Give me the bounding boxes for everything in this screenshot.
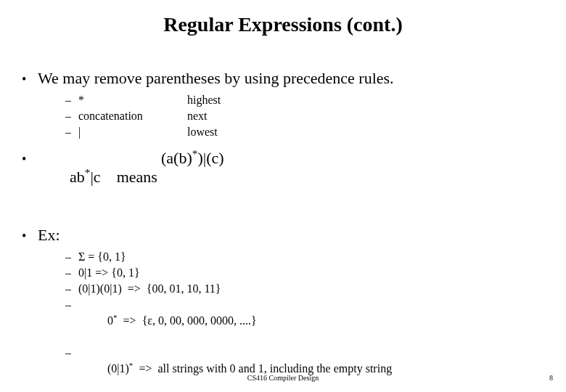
list-item: – 0* => {ε, 0, 00, 000, 0000, ....} (65, 297, 537, 345)
examples-list: – Σ = {0, 1} – 0|1 => {0, 1} – (0|1)(0|1… (65, 249, 537, 392)
means-lhs: ab*|c means (38, 149, 161, 205)
list-item: – (0|1)(0|1) => {00, 01, 10, 11} (65, 281, 537, 297)
slide: Regular Expressions (cont.) • We may rem… (0, 0, 566, 392)
level-label: next (187, 108, 537, 124)
level-label: highest (187, 92, 537, 108)
text: => all strings with 0 and 1, including t… (133, 362, 392, 375)
text: ab (70, 168, 85, 186)
dash-icon: – (65, 124, 78, 140)
example-text: (0|1)(0|1) => {00, 01, 10, 11} (78, 281, 221, 297)
slide-content: • We may remove parentheses by using pre… (22, 69, 537, 392)
list-item: – Σ = {0, 1} (65, 249, 537, 265)
text: |c means (90, 168, 157, 186)
dash-icon: – (65, 265, 78, 281)
op-label: concatenation (78, 108, 187, 124)
bullet-ex: • Ex: (22, 226, 537, 245)
list-item: – * highest (65, 92, 537, 108)
dash-icon: – (65, 249, 78, 265)
example-text: 0* => {ε, 0, 00, 000, 0000, ....} (78, 297, 257, 345)
example-text: (0|1)* => all strings with 0 and 1, incl… (78, 345, 392, 392)
level-label: lowest (187, 124, 537, 140)
text: 0 (107, 314, 113, 327)
bullet-icon: • (22, 228, 38, 244)
text: (a(b) (161, 149, 192, 167)
footer-text: CS416 Compiler Design (0, 374, 566, 382)
text: (0|1) (107, 362, 129, 375)
bullet-icon: • (22, 71, 38, 87)
bullet-precedence: • We may remove parentheses by using pre… (22, 69, 537, 88)
text: => {ε, 0, 00, 000, 0000, ....} (118, 314, 257, 327)
list-item: – concatenation next (65, 108, 537, 124)
op-label: * (78, 92, 187, 108)
list-item: – 0|1 => {0, 1} (65, 265, 537, 281)
bullet-icon: • (22, 151, 38, 167)
dash-icon: – (65, 108, 78, 124)
precedence-list: – * highest – concatenation next – | low… (65, 92, 537, 140)
list-item: – | lowest (65, 124, 537, 140)
slide-title: Regular Expressions (cont.) (0, 13, 566, 36)
means-rhs: (a(b)*)|(c) (161, 149, 537, 168)
list-item: – (0|1)* => all strings with 0 and 1, in… (65, 345, 537, 392)
example-text: 0|1 => {0, 1} (78, 265, 140, 281)
bullet-text: Ex: (38, 226, 60, 245)
bullet-means: • ab*|c means (a(b)*)|(c) (22, 149, 537, 205)
dash-icon: – (65, 281, 78, 297)
text: )|(c) (197, 149, 223, 167)
example-text: Σ = {0, 1} (78, 249, 126, 265)
dash-icon: – (65, 345, 78, 361)
bullet-text: We may remove parentheses by using prece… (38, 69, 394, 88)
dash-icon: – (65, 297, 78, 313)
page-number: 8 (549, 374, 553, 382)
dash-icon: – (65, 92, 78, 108)
op-label: | (78, 124, 187, 140)
